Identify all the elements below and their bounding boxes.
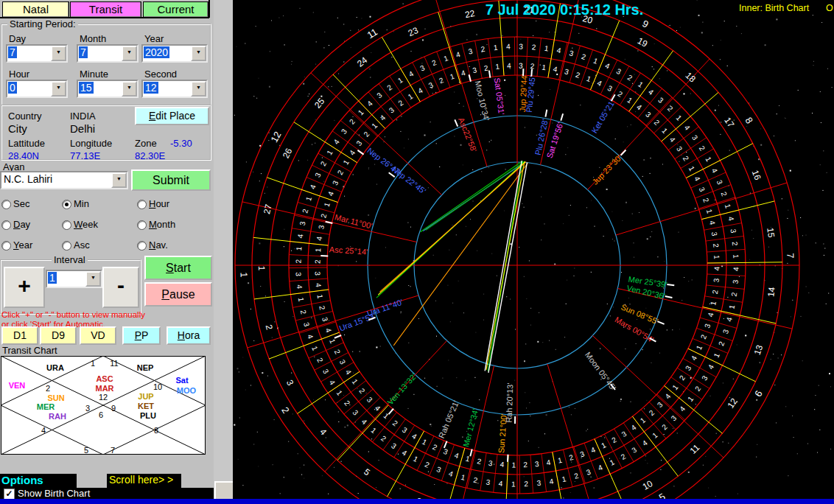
star bbox=[465, 380, 466, 381]
submit-button[interactable]: Submit bbox=[131, 169, 211, 191]
radio-label-year[interactable]: Year bbox=[13, 239, 32, 251]
star bbox=[459, 82, 460, 83]
nakshatra-number: 25 bbox=[312, 96, 326, 110]
star bbox=[463, 312, 464, 313]
star bbox=[497, 276, 497, 276]
varga-vd-button[interactable]: VD bbox=[80, 326, 116, 345]
tab-transit[interactable]: Transit bbox=[70, 1, 141, 18]
pada-number: 2 bbox=[648, 408, 656, 417]
second-select[interactable]: 12 ▼ bbox=[141, 80, 208, 98]
star bbox=[329, 45, 329, 46]
star bbox=[574, 276, 575, 276]
interval-dropdown-arrow-icon[interactable]: ▼ bbox=[85, 271, 101, 287]
pada-number: 1 bbox=[357, 108, 365, 116]
corner-marker: O bbox=[826, 3, 833, 13]
radio-hour[interactable] bbox=[137, 200, 147, 209]
star bbox=[592, 83, 592, 83]
star bbox=[567, 280, 567, 281]
star bbox=[338, 74, 339, 74]
hour-dropdown-arrow-icon[interactable]: ▼ bbox=[51, 81, 66, 97]
interval-plus-button[interactable]: + bbox=[4, 267, 45, 308]
pada-number: 2 bbox=[336, 169, 346, 176]
star bbox=[274, 419, 275, 420]
radio-label-day[interactable]: Day bbox=[13, 219, 30, 230]
radio-sec[interactable] bbox=[1, 200, 11, 209]
radio-year[interactable] bbox=[1, 241, 11, 251]
radio-label-sec[interactable]: Sec bbox=[13, 198, 29, 209]
interval-select[interactable]: 1 ▼ bbox=[46, 270, 102, 288]
pada-number: 3 bbox=[579, 449, 586, 458]
pp-button[interactable]: PP bbox=[122, 326, 161, 345]
star bbox=[639, 212, 639, 213]
pada-number: 3 bbox=[675, 144, 684, 153]
interval-minus-button[interactable]: - bbox=[102, 267, 139, 308]
pada-number: 3 bbox=[314, 271, 322, 276]
star bbox=[313, 12, 314, 13]
star bbox=[433, 255, 434, 256]
star bbox=[279, 145, 280, 146]
start-button[interactable]: Start bbox=[144, 256, 212, 280]
hour-select[interactable]: 0 ▼ bbox=[6, 80, 68, 98]
star bbox=[352, 351, 353, 352]
star bbox=[278, 18, 279, 18]
month-select[interactable]: 7 ▼ bbox=[77, 44, 139, 63]
star bbox=[679, 329, 680, 329]
radio-label-min[interactable]: Min bbox=[74, 198, 89, 209]
star bbox=[715, 496, 716, 497]
minute-dropdown-arrow-icon[interactable]: ▼ bbox=[122, 81, 137, 97]
hora-button[interactable]: Hora bbox=[167, 326, 211, 345]
pada-number: 2 bbox=[391, 419, 399, 427]
radio-month[interactable] bbox=[137, 220, 147, 230]
star bbox=[329, 321, 329, 321]
star bbox=[720, 134, 721, 135]
radio-label-month[interactable]: Month bbox=[149, 219, 175, 230]
radio-label-nav[interactable]: Nav. bbox=[149, 239, 168, 251]
star bbox=[483, 294, 484, 295]
star bbox=[298, 160, 299, 161]
star bbox=[679, 232, 679, 233]
tab-natal[interactable]: Natal bbox=[2, 1, 69, 18]
radio-day[interactable] bbox=[1, 220, 11, 230]
radio-label-week[interactable]: Week bbox=[74, 219, 98, 230]
radio-label-hour[interactable]: Hour bbox=[149, 198, 169, 209]
star bbox=[371, 438, 372, 439]
star bbox=[778, 358, 779, 359]
star bbox=[408, 343, 409, 343]
star bbox=[657, 256, 658, 257]
day-dropdown-arrow-icon[interactable]: ▼ bbox=[51, 46, 66, 61]
star bbox=[664, 261, 665, 262]
minute-select[interactable]: 15 ▼ bbox=[77, 80, 139, 98]
radio-asc[interactable] bbox=[62, 241, 71, 251]
scroll-here-bar[interactable]: Scroll here> > bbox=[107, 474, 181, 488]
varga-d1-button[interactable]: D1 bbox=[1, 326, 38, 345]
star bbox=[369, 69, 371, 70]
radio-week[interactable] bbox=[62, 220, 71, 230]
star bbox=[385, 247, 386, 248]
year-dropdown-arrow-icon[interactable]: ▼ bbox=[191, 46, 206, 61]
star bbox=[238, 459, 239, 460]
star bbox=[315, 143, 315, 144]
star bbox=[631, 125, 631, 125]
nakshatra-number: 14 bbox=[765, 287, 777, 298]
second-dropdown-arrow-icon[interactable]: ▼ bbox=[191, 81, 206, 97]
month-dropdown-arrow-icon[interactable]: ▼ bbox=[122, 46, 137, 61]
ayanamsa-select[interactable]: N.C. Lahiri ▼ bbox=[0, 171, 128, 189]
star bbox=[351, 47, 351, 48]
pada-number: 2 bbox=[424, 460, 431, 469]
star bbox=[242, 357, 243, 358]
options-bar[interactable]: Options bbox=[0, 474, 77, 488]
panel-scrollbar[interactable] bbox=[214, 0, 233, 504]
pada-number: 4 bbox=[635, 102, 643, 111]
show-birth-chart-checkbox[interactable]: ✓ bbox=[4, 489, 15, 500]
radio-min[interactable] bbox=[62, 200, 71, 209]
radio-nav[interactable] bbox=[137, 241, 147, 251]
radio-label-asc[interactable]: Asc bbox=[74, 239, 90, 251]
ayanamsa-dropdown-arrow-icon[interactable]: ▼ bbox=[111, 172, 127, 188]
star bbox=[750, 193, 751, 194]
edit-place-button[interactable]: Edit Place bbox=[135, 107, 209, 125]
day-select[interactable]: 7 ▼ bbox=[6, 44, 68, 63]
varga-d9-button[interactable]: D9 bbox=[40, 326, 77, 345]
tab-current[interactable]: Current bbox=[143, 1, 208, 18]
pause-button[interactable]: Pause bbox=[144, 282, 212, 307]
year-select[interactable]: 2020 ▼ bbox=[141, 44, 208, 63]
